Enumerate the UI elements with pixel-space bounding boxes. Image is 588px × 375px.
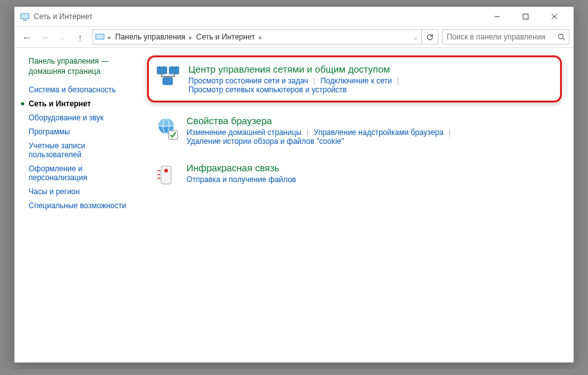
address-dropdown[interactable]: ⌵ xyxy=(410,30,421,44)
category: Центр управления сетями и общим доступом… xyxy=(147,55,562,103)
svg-rect-1 xyxy=(21,14,29,18)
sidebar-home-line1: Панель управления — xyxy=(29,57,109,66)
category-links: Отправка и получение файлов xyxy=(186,175,556,184)
category-title[interactable]: Свойства браузера xyxy=(186,115,556,126)
navbar: ← → ⌵ ↑ ▸ Панель управления ▸ Сеть и Инт… xyxy=(15,26,573,48)
chevron-right-icon[interactable]: ▸ xyxy=(188,34,193,41)
category-link[interactable]: Подключение к сети xyxy=(320,76,391,85)
titlebar: Сеть и Интернет xyxy=(15,7,573,26)
category-icon[interactable] xyxy=(153,162,179,188)
content: Центр управления сетями и общим доступом… xyxy=(136,48,573,362)
breadcrumb-current[interactable]: Сеть и Интернет xyxy=(193,32,257,41)
link-separator: | xyxy=(307,128,309,137)
category-icon[interactable] xyxy=(155,64,181,89)
category-body: Свойства браузераИзменение домашней стра… xyxy=(186,115,556,146)
maximize-button[interactable] xyxy=(511,7,540,26)
category: Свойства браузераИзменение домашней стра… xyxy=(147,111,562,150)
up-button[interactable]: ↑ xyxy=(72,29,88,45)
forward-button[interactable]: → xyxy=(36,29,53,45)
search-icon[interactable] xyxy=(554,30,569,44)
chevron-right-icon[interactable]: ▸ xyxy=(258,34,263,41)
category-link[interactable]: Отправка и получение файлов xyxy=(186,175,296,184)
category-links: Просмотр состояния сети и задач|Подключе… xyxy=(188,76,554,94)
category-title[interactable]: Инфракрасная связь xyxy=(186,162,556,173)
sidebar-home-line2: домашняя страница xyxy=(29,67,101,76)
minimize-button[interactable] xyxy=(482,7,511,26)
refresh-button[interactable] xyxy=(421,30,438,44)
back-button[interactable]: ← xyxy=(18,29,35,45)
svg-rect-7 xyxy=(157,67,167,74)
sidebar-item[interactable]: Оборудование и звук xyxy=(29,111,127,125)
svg-rect-2 xyxy=(23,20,27,21)
svg-point-6 xyxy=(559,34,563,38)
sidebar-item[interactable]: Программы xyxy=(29,125,127,139)
sidebar-home[interactable]: Панель управления — домашняя страница xyxy=(29,57,127,76)
svg-rect-3 xyxy=(523,14,528,19)
search-box[interactable] xyxy=(442,29,570,45)
network-icon xyxy=(20,11,30,22)
category-links: Изменение домашней страницы|Управление н… xyxy=(186,128,556,146)
close-button[interactable] xyxy=(540,7,568,26)
network-icon xyxy=(93,32,107,42)
sidebar: Панель управления — домашняя страница Си… xyxy=(15,48,136,362)
control-panel-window: Сеть и Интернет ← → ⌵ ↑ ▸ Панель управле… xyxy=(14,6,574,363)
address-bar[interactable]: ▸ Панель управления ▸ Сеть и Интернет ▸ … xyxy=(92,29,438,45)
link-separator: | xyxy=(313,76,315,85)
sidebar-item[interactable]: Оформление и персонализация xyxy=(29,162,127,185)
sidebar-item[interactable]: Специальные возможности xyxy=(29,199,127,213)
sidebar-item[interactable]: Учетные записи пользователей xyxy=(29,139,127,162)
sidebar-item[interactable]: Часы и регион xyxy=(29,185,127,199)
link-separator: | xyxy=(397,76,399,85)
category-body: Инфракрасная связьОтправка и получение ф… xyxy=(186,162,556,184)
category-body: Центр управления сетями и общим доступом… xyxy=(188,64,554,94)
category-title[interactable]: Центр управления сетями и общим доступом xyxy=(188,64,554,74)
category-icon[interactable] xyxy=(153,115,179,141)
window-title: Сеть и Интернет xyxy=(34,12,482,21)
search-input[interactable] xyxy=(443,32,554,41)
category-link[interactable]: Просмотр состояния сети и задач xyxy=(188,76,308,85)
category-link[interactable]: Управление надстройками браузера xyxy=(314,128,444,137)
breadcrumb-root[interactable]: Панель управления xyxy=(113,32,188,41)
category-link[interactable]: Изменение домашней страницы xyxy=(186,128,302,137)
breadcrumb: ▸ Панель управления ▸ Сеть и Интернет ▸ xyxy=(107,32,410,41)
svg-point-14 xyxy=(164,169,168,173)
body: Панель управления — домашняя страница Си… xyxy=(15,48,573,362)
sidebar-item[interactable]: Сеть и Интернет xyxy=(29,97,127,111)
category-link[interactable]: Просмотр сетевых компьютеров и устройств xyxy=(188,85,347,94)
category: Инфракрасная связьОтправка и получение ф… xyxy=(147,159,562,192)
category-link[interactable]: Удаление истории обзора и файлов "cookie… xyxy=(186,137,344,146)
sidebar-item[interactable]: Система и безопасность xyxy=(29,83,127,97)
chevron-right-icon[interactable]: ▸ xyxy=(107,34,113,41)
link-separator: | xyxy=(449,128,451,137)
svg-rect-9 xyxy=(163,78,172,85)
svg-rect-8 xyxy=(169,67,179,74)
svg-rect-5 xyxy=(96,34,104,39)
history-dropdown[interactable]: ⌵ xyxy=(54,29,71,45)
